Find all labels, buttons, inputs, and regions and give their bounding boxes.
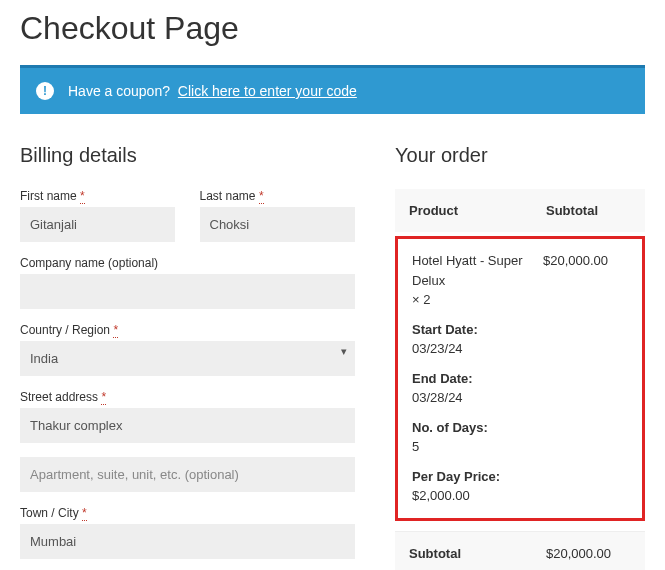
street2-input[interactable] — [20, 457, 355, 492]
days-label: No. of Days: — [412, 418, 543, 438]
country-select[interactable]: India — [20, 341, 355, 376]
city-label: Town / City * — [20, 506, 355, 520]
per-day-label: Per Day Price: — [412, 467, 543, 487]
company-input[interactable] — [20, 274, 355, 309]
order-box: Product Subtotal Hotel Hyatt - Super Del… — [395, 189, 645, 570]
product-col-header: Product — [409, 203, 546, 218]
last-name-label: Last name * — [200, 189, 356, 203]
billing-column: Billing details First name * Last name *… — [20, 144, 355, 570]
required-mark: * — [113, 323, 118, 338]
end-date-label: End Date: — [412, 369, 543, 389]
company-label: Company name (optional) — [20, 256, 355, 270]
street-label: Street address * — [20, 390, 355, 404]
start-date-label: Start Date: — [412, 320, 543, 340]
subtotal-value: $20,000.00 — [546, 546, 631, 561]
required-mark: * — [82, 506, 87, 521]
required-mark: * — [80, 189, 85, 204]
order-item-qty: × 2 — [412, 290, 543, 310]
order-column: Your order Product Subtotal Hotel Hyatt … — [395, 144, 645, 570]
coupon-link[interactable]: Click here to enter your code — [178, 83, 357, 99]
per-day-value: $2,000.00 — [412, 486, 543, 506]
end-date-value: 03/28/24 — [412, 388, 543, 408]
page-title: Checkout Page — [20, 10, 645, 47]
first-name-label: First name * — [20, 189, 176, 203]
last-name-input[interactable] — [200, 207, 355, 242]
order-item-subtotal: $20,000.00 — [543, 251, 628, 506]
billing-heading: Billing details — [20, 144, 355, 167]
subtotal-col-header: Subtotal — [546, 203, 631, 218]
coupon-bar: ! Have a coupon? Click here to enter you… — [20, 65, 645, 114]
order-heading: Your order — [395, 144, 645, 167]
street-input[interactable] — [20, 408, 355, 443]
city-input[interactable] — [20, 524, 355, 559]
start-date-value: 03/23/24 — [412, 339, 543, 359]
required-mark: * — [259, 189, 264, 204]
order-subtotal-row: Subtotal $20,000.00 — [395, 531, 645, 571]
coupon-lead: Have a coupon? — [68, 83, 170, 99]
order-header-row: Product Subtotal — [395, 189, 645, 232]
info-icon: ! — [36, 82, 54, 100]
required-mark: * — [101, 390, 106, 405]
order-item-highlight: Hotel Hyatt - Super Delux × 2 Start Date… — [395, 236, 645, 521]
days-value: 5 — [412, 437, 543, 457]
country-label: Country / Region * — [20, 323, 355, 337]
order-item-name: Hotel Hyatt - Super Delux — [412, 251, 543, 290]
subtotal-label: Subtotal — [409, 546, 546, 561]
first-name-input[interactable] — [20, 207, 175, 242]
